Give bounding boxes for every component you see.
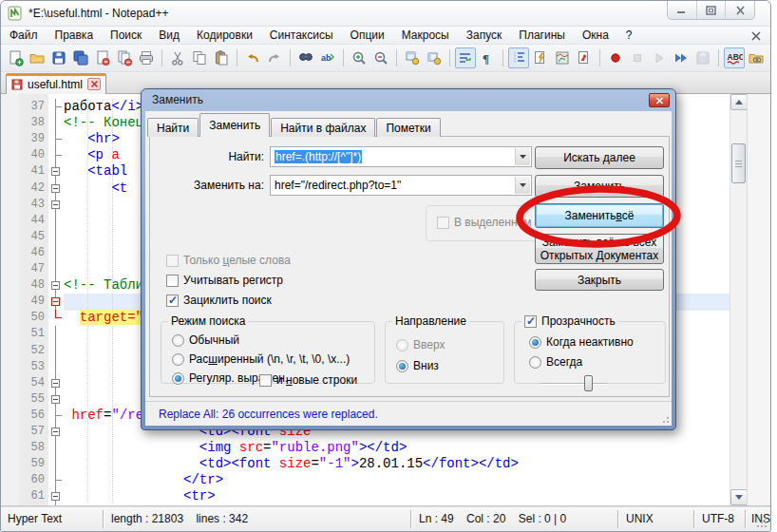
scrollbar-thumb[interactable] <box>731 143 746 183</box>
toolbar-close-all-button[interactable] <box>114 48 135 68</box>
toolbar-indent-guide-button[interactable] <box>508 48 529 68</box>
checkbox-box[interactable] <box>166 275 179 287</box>
toolbar-replace-button[interactable]: ab <box>317 48 338 68</box>
tab-useful-html[interactable]: useful.html <box>6 73 106 94</box>
dialog-resize-grip[interactable] <box>660 414 670 424</box>
menu-item-4[interactable]: Кодировки <box>188 28 261 43</box>
direction-option-1[interactable]: Вниз <box>396 359 439 372</box>
code-line[interactable]: <hr> <box>64 131 120 147</box>
replace-with-combobox[interactable]: href="/redirect.php?to=1" <box>270 175 532 196</box>
toolbar-cut-button[interactable] <box>167 48 188 68</box>
radio-button[interactable] <box>529 356 541 369</box>
toolbar-user-defined-lang-button[interactable] <box>574 48 595 68</box>
checkbox-box[interactable] <box>166 255 179 267</box>
dialog-tab-1[interactable]: Заменить <box>199 113 270 137</box>
toolbar-zoom-out-button[interactable] <box>370 48 391 68</box>
bookmark-margin[interactable] <box>1 94 19 505</box>
radio-button[interactable] <box>172 334 184 347</box>
toolbar-macro-stop-button[interactable] <box>627 48 648 68</box>
menu-item-9[interactable]: Плагины <box>510 28 574 43</box>
chevron-down-icon[interactable] <box>515 148 530 165</box>
code-line[interactable]: </tr> <box>64 472 223 488</box>
menu-item-3[interactable]: Вид <box>150 28 188 43</box>
toolbar-show-all-chars-button[interactable]: ¶ <box>477 48 498 68</box>
fold-toggle-icon[interactable] <box>48 277 64 294</box>
toolbar-word-wrap-button[interactable] <box>455 48 476 68</box>
toolbar-new-file-button[interactable] <box>5 48 26 68</box>
search-mode-option-0[interactable]: Обычный <box>172 333 239 347</box>
menu-item-1[interactable]: Правка <box>47 28 103 43</box>
menu-item-5[interactable]: Синтаксисы <box>261 28 342 43</box>
toolbar-document-map-button[interactable] <box>552 48 573 68</box>
whole-word-checkbox[interactable]: Только целые слова <box>166 254 291 267</box>
replace-all-button[interactable]: Заменить всё <box>535 203 664 228</box>
toolbar-copy-button[interactable] <box>189 48 210 68</box>
in-selection-checkbox[interactable]: В выделенном <box>437 216 531 229</box>
checkbox-box[interactable] <box>437 217 449 229</box>
menu-item-11[interactable]: ? <box>617 28 641 43</box>
menu-close-icon[interactable] <box>749 29 763 43</box>
transparency-option-0[interactable]: Когда неактивно <box>529 335 634 349</box>
menu-item-7[interactable]: Макросы <box>393 28 458 43</box>
radio-button[interactable] <box>172 353 184 366</box>
code-line[interactable]: <t <box>64 180 127 197</box>
menu-item-6[interactable]: Опции <box>342 28 393 43</box>
scroll-up-button[interactable] <box>730 94 748 110</box>
find-what-combobox[interactable]: href=.(http://[^"]*) <box>270 146 532 167</box>
toolbar-sync-scroll-v-button[interactable] <box>402 48 423 68</box>
code-line[interactable]: <img src="ruble.png"></td> <box>64 440 407 456</box>
minimize-button[interactable] <box>668 1 697 19</box>
transparency-checkbox[interactable]: Прозрачность <box>521 314 618 328</box>
toolbar-close-button[interactable] <box>92 48 113 68</box>
code-line[interactable]: <tr> <box>64 488 216 504</box>
dialog-tab-0[interactable]: Найти <box>147 118 199 137</box>
code-line[interactable]: <tabl <box>64 163 127 180</box>
radio-button[interactable] <box>396 360 408 372</box>
toolbar-macro-record-button[interactable] <box>605 48 626 68</box>
fold-toggle-icon[interactable] <box>48 375 64 392</box>
toolbar-function-list-button[interactable] <box>530 48 551 68</box>
transparency-option-1[interactable]: Всегда <box>529 355 582 369</box>
checkbox-box[interactable] <box>166 294 179 307</box>
find-next-button[interactable]: Искать далее <box>535 146 664 169</box>
checkbox-box[interactable] <box>259 374 272 387</box>
toolbar-save-button[interactable] <box>48 48 69 68</box>
maximize-button[interactable] <box>697 1 727 19</box>
toolbar-macro-run-multiple-button[interactable] <box>671 48 692 68</box>
new-lines-checkbox[interactable]: и новые строки <box>259 373 357 387</box>
fold-toggle-icon[interactable] <box>48 180 64 198</box>
dialog-tab-2[interactable]: Найти в файлах <box>271 118 375 137</box>
toolbar-doc-monitor-button[interactable] <box>746 48 767 68</box>
toolbar-paste-button[interactable] <box>211 48 232 68</box>
dialog-close-button[interactable] <box>649 93 670 107</box>
replace-all-open-docs-button[interactable]: Заменить всё во всех Открытых Документах <box>535 234 664 264</box>
fold-toggle-icon[interactable] <box>48 197 64 214</box>
radio-button[interactable] <box>529 336 541 349</box>
wrap-search-checkbox[interactable]: Зациклить поиск <box>166 294 272 307</box>
fold-toggle-icon[interactable] <box>48 488 64 505</box>
fold-toggle-icon[interactable] <box>48 163 64 180</box>
toolbar-macro-play-button[interactable] <box>649 48 670 68</box>
fold-toggle-icon[interactable] <box>48 424 64 441</box>
code-line[interactable]: <!-- Табли <box>64 277 143 294</box>
menu-item-2[interactable]: Поиск <box>102 28 150 43</box>
scroll-down-button[interactable] <box>730 489 748 505</box>
code-line[interactable]: href="/re <box>64 408 143 424</box>
code-line[interactable]: <p a <box>64 147 120 163</box>
code-line[interactable]: target=" <box>64 310 143 326</box>
radio-button[interactable] <box>172 372 184 385</box>
toolbar-redo-button[interactable] <box>264 48 285 68</box>
replace-button[interactable]: Заменить <box>535 175 664 198</box>
toolbar-undo-button[interactable] <box>242 48 263 68</box>
menu-item-0[interactable]: Файл <box>1 28 47 43</box>
toolbar-open-folder-button[interactable] <box>27 48 47 68</box>
transparency-slider-track[interactable] <box>540 383 607 385</box>
resize-grip[interactable] <box>756 517 768 528</box>
toolbar-sync-scroll-h-button[interactable] <box>424 48 445 68</box>
transparency-slider-thumb[interactable] <box>584 375 593 391</box>
direction-option-0[interactable]: Вверх <box>396 338 445 352</box>
toolbar-macro-save-button[interactable] <box>692 48 713 68</box>
toolbar-print-button[interactable] <box>136 48 157 68</box>
match-case-checkbox[interactable]: Учитывать регистр <box>166 274 283 287</box>
toolbar-zoom-in-button[interactable] <box>349 48 370 68</box>
